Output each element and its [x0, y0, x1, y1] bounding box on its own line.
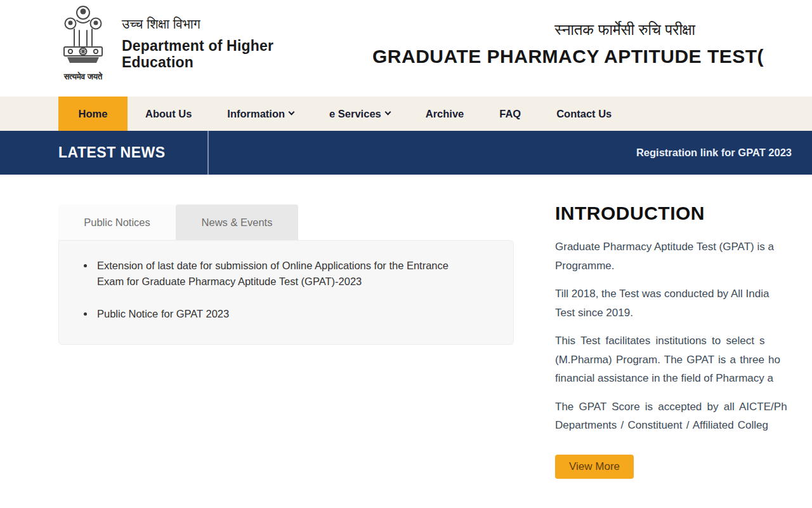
nav-item-contact-us[interactable]: Contact Us	[539, 97, 629, 131]
chevron-down-icon	[384, 109, 391, 116]
intro-line: This Test facilitates institutions to se…	[555, 331, 812, 351]
main-nav: Home About Us Information e Services Arc…	[0, 97, 812, 131]
department-name-english-line2: Education	[122, 54, 273, 70]
chevron-down-icon	[289, 109, 295, 116]
news-ticker-item[interactable]: Registration link for GPAT 2023	[636, 131, 792, 175]
intro-line: financial assistance in the field of Pha…	[555, 369, 812, 388]
nav-item-label: e Services	[329, 108, 381, 120]
introduction-heading: INTRODUCTION	[555, 203, 812, 224]
nav-item-about-us[interactable]: About Us	[128, 97, 209, 131]
main-content: Public Notices News & Events Extension o…	[0, 175, 812, 508]
latest-news-label: LATEST NEWS	[58, 131, 166, 175]
intro-line: Programme.	[555, 257, 812, 276]
site-title-hindi: स्नातक फार्मेसी रुचि परीक्षा	[554, 21, 695, 39]
nav-item-information[interactable]: Information	[209, 97, 311, 131]
latest-news-bar: LATEST NEWS Registration link for GPAT 2…	[0, 131, 812, 175]
intro-line: (M.Pharma) Program. The GPAT is a three …	[555, 351, 812, 370]
intro-line: Till 2018, the Test was conducted by All…	[555, 284, 812, 304]
tab-public-notices[interactable]: Public Notices	[58, 204, 176, 240]
nav-item-e-services[interactable]: e Services	[311, 97, 408, 131]
news-divider	[207, 131, 209, 175]
notice-item[interactable]: Extension of last date for submission of…	[95, 258, 475, 289]
intro-line: Departments / Constituent / Affiliated C…	[555, 416, 812, 435]
intro-line: Graduate Pharmacy Aptitude Test (GPAT) i…	[555, 237, 812, 257]
nav-item-faq[interactable]: FAQ	[481, 97, 539, 131]
notices-tabs: Public Notices News & Events	[58, 204, 298, 240]
intro-paragraph: Till 2018, the Test was conducted by All…	[555, 284, 812, 322]
nav-item-home[interactable]: Home	[58, 97, 128, 131]
nav-item-label: Information	[227, 108, 285, 120]
site-header: सत्यमेव जयते उच्च शिक्षा विभाग Departmen…	[0, 0, 812, 97]
intro-line: The GPAT Score is accepted by all AICTE/…	[555, 398, 812, 417]
tab-news-events[interactable]: News & Events	[176, 204, 298, 240]
nav-item-archive[interactable]: Archive	[408, 97, 482, 131]
emblem-motto: सत्यमेव जयते	[58, 72, 108, 82]
notices-panel: Extension of last date for submission of…	[58, 240, 514, 345]
department-name-english-line1: Department of Higher	[122, 37, 273, 54]
introduction-section: INTRODUCTION Graduate Pharmacy Aptitude …	[555, 203, 812, 479]
department-name-block: उच्च शिक्षा विभाग Department of Higher E…	[122, 17, 273, 70]
ashoka-emblem-icon	[59, 4, 107, 71]
department-name-hindi: उच्च शिक्षा विभाग	[122, 17, 273, 32]
intro-line: Test since 2019.	[555, 304, 812, 323]
site-title-english: GRADUATE PHARMACY APTITUDE TEST(	[372, 46, 764, 67]
intro-paragraph: Graduate Pharmacy Aptitude Test (GPAT) i…	[555, 237, 812, 275]
national-emblem-logo: सत्यमेव जयते	[58, 4, 108, 82]
intro-paragraph: The GPAT Score is accepted by all AICTE/…	[555, 398, 812, 435]
view-more-button[interactable]: View More	[555, 455, 634, 479]
notices-list: Extension of last date for submission of…	[59, 241, 513, 322]
notice-item[interactable]: Public Notice for GPAT 2023	[95, 306, 475, 322]
intro-paragraph: This Test facilitates institutions to se…	[555, 331, 812, 388]
